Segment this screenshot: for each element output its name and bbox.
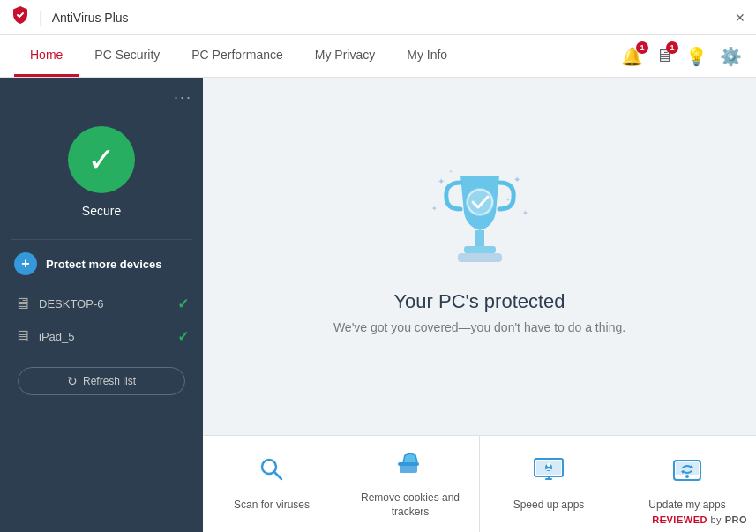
plus-icon: + <box>21 257 29 271</box>
svg-point-19 <box>547 463 550 467</box>
titlebar-left: | AntiVirus Plus <box>11 5 129 29</box>
device-desktop-left: 🖥 DESKTOP-6 <box>14 295 103 313</box>
content-main: ✦ ✦ ✦ ✦ + + <box>203 78 756 435</box>
svg-rect-6 <box>475 230 484 246</box>
svg-text:✦: ✦ <box>513 175 520 184</box>
cookies-label: Remove cookies and trackers <box>348 491 472 519</box>
update-label: Update my apps <box>648 498 725 513</box>
message-notification-icon-wrap[interactable]: 🖥 1 <box>655 46 673 66</box>
device-desktop-name: DESKTOP-6 <box>39 297 103 311</box>
tab-home[interactable]: Home <box>14 35 79 77</box>
sidebar: ··· ✓ Secure + Protect more devices 🖥 DE… <box>0 78 203 532</box>
protected-title: Your PC's protected <box>393 290 565 313</box>
update-icon <box>672 455 702 490</box>
watermark-pro: PRO <box>725 514 747 525</box>
lightbulb-icon: 💡 <box>685 47 707 66</box>
desktop-icon: 🖥 <box>14 295 30 313</box>
tab-pc-performance[interactable]: PC Performance <box>176 35 298 77</box>
sidebar-top: ··· <box>0 78 203 117</box>
protect-label: Protect more devices <box>46 258 162 271</box>
mcafee-shield-icon <box>11 5 30 29</box>
nav-icons: 🔔 1 🖥 1 💡 ⚙️ <box>621 46 742 67</box>
svg-text:✦: ✦ <box>522 209 528 217</box>
device-ipad-checkmark-icon: ✓ <box>177 328 189 345</box>
app-title: AntiVirus Plus <box>52 11 129 25</box>
content-area: ✦ ✦ ✦ ✦ + + <box>203 78 756 532</box>
cookies-card[interactable]: Remove cookies and trackers <box>341 436 480 532</box>
mcafee-logo: | AntiVirus Plus <box>11 5 129 29</box>
svg-text:+: + <box>449 169 453 175</box>
tab-my-privacy[interactable]: My Privacy <box>299 35 391 77</box>
scan-icon <box>258 455 286 490</box>
svg-line-12 <box>274 472 281 479</box>
trophy-illustration: ✦ ✦ ✦ ✦ + + <box>427 158 533 276</box>
titlebar-divider: | <box>39 8 43 26</box>
svg-point-22 <box>685 475 689 478</box>
status-circle: ✓ <box>68 126 135 193</box>
close-button[interactable]: ✕ <box>735 11 745 25</box>
trophy-area: ✦ ✦ ✦ ✦ + + <box>333 158 625 334</box>
message-badge: 1 <box>666 41 678 54</box>
main-layout: ··· ✓ Secure + Protect more devices 🖥 DE… <box>0 78 756 532</box>
watermark-e: E <box>660 514 667 525</box>
nav-tabs: Home PC Security PC Performance My Priva… <box>14 35 463 77</box>
svg-rect-14 <box>398 462 419 466</box>
bell-notification-icon-wrap[interactable]: 🔔 1 <box>621 46 643 67</box>
scan-viruses-card[interactable]: Scan for viruses <box>203 436 341 532</box>
watermark-by: by <box>707 514 725 525</box>
status-label: Secure <box>82 204 121 218</box>
svg-point-9 <box>466 188 494 216</box>
protected-subtitle: We've got you covered—you don't have to … <box>333 320 625 334</box>
svg-rect-7 <box>464 246 496 253</box>
refresh-icon: ↻ <box>67 374 78 388</box>
protect-more-devices-button[interactable]: + Protect more devices <box>0 240 203 288</box>
minimize-button[interactable]: – <box>717 11 724 25</box>
device-desktop-checkmark-icon: ✓ <box>177 296 189 312</box>
scan-label: Scan for viruses <box>234 498 310 513</box>
status-checkmark-icon: ✓ <box>87 143 116 176</box>
navbar: Home PC Security PC Performance My Priva… <box>0 35 756 78</box>
speed-label: Speed up apps <box>513 498 585 513</box>
bell-badge: 1 <box>636 41 648 54</box>
watermark-r: R <box>652 514 659 525</box>
speed-icon <box>533 455 565 490</box>
refresh-label: Refresh list <box>83 375 136 387</box>
sidebar-status: ✓ Secure <box>0 117 203 239</box>
watermark-viewed: VIEWED <box>667 514 707 525</box>
titlebar: | AntiVirus Plus – ✕ <box>0 0 756 35</box>
settings-icon-wrap[interactable]: ⚙️ <box>720 46 742 67</box>
speed-apps-card[interactable]: Speed up apps <box>480 436 618 532</box>
tab-my-info[interactable]: My Info <box>391 35 463 77</box>
device-ipad-5[interactable]: 🖥 iPad_5 ✓ <box>0 320 203 353</box>
device-ipad-name: iPad_5 <box>39 330 74 343</box>
refresh-list-button[interactable]: ↻ Refresh list <box>18 367 185 395</box>
device-ipad-left: 🖥 iPad_5 <box>14 327 74 346</box>
tab-pc-security[interactable]: PC Security <box>79 35 176 77</box>
svg-text:✦: ✦ <box>438 176 445 186</box>
cookies-icon <box>396 448 424 483</box>
protect-plus-circle: + <box>14 252 37 275</box>
device-desktop-6[interactable]: 🖥 DESKTOP-6 ✓ <box>0 288 203 320</box>
svg-rect-8 <box>458 253 502 262</box>
sidebar-options-icon[interactable]: ··· <box>174 88 192 107</box>
svg-text:+: + <box>506 197 510 203</box>
titlebar-controls: – ✕ <box>717 11 745 25</box>
watermark: REVIEWED by PRO <box>652 514 747 525</box>
tablet-icon: 🖥 <box>14 327 30 346</box>
lightbulb-icon-wrap[interactable]: 💡 <box>685 46 707 67</box>
settings-gear-icon: ⚙️ <box>720 47 742 66</box>
svg-text:✦: ✦ <box>431 205 438 213</box>
